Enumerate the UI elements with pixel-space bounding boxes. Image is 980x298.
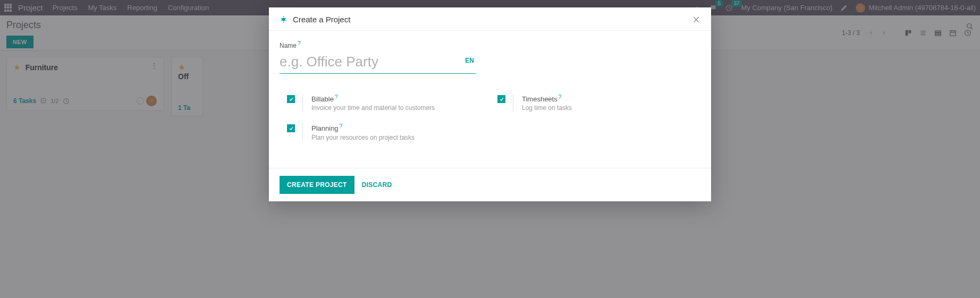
planning-label: Planning? (311, 123, 415, 132)
bug-icon[interactable] (280, 15, 288, 23)
close-icon[interactable] (692, 15, 700, 24)
planning-checkbox[interactable] (287, 124, 295, 132)
option-timesheets: Timesheets? Log time on tasks (490, 94, 700, 112)
modal-body: Name? EN Billable? Invoice your time and… (269, 31, 711, 168)
language-button[interactable]: EN (465, 57, 474, 64)
name-label: Name? (280, 40, 700, 49)
billable-label: Billable? (311, 94, 435, 103)
modal-title: Create a Project (293, 15, 350, 24)
option-planning: Planning? Plan your resources on project… (280, 123, 490, 141)
timesheets-desc: Log time on tasks (522, 104, 572, 112)
options-grid: Billable? Invoice your time and material… (280, 94, 700, 153)
modal-header: Create a Project (269, 7, 711, 31)
billable-desc: Invoice your time and material to custom… (311, 104, 435, 112)
timesheets-label: Timesheets? (522, 94, 572, 103)
svg-point-12 (282, 18, 285, 21)
create-project-button[interactable]: CREATE PROJECT (280, 176, 354, 194)
discard-button[interactable]: DISCARD (362, 181, 392, 189)
billable-checkbox[interactable] (287, 95, 295, 103)
name-input-row: EN (280, 52, 476, 74)
project-name-input[interactable] (280, 52, 476, 74)
create-project-modal: Create a Project Name? EN Billable? (269, 7, 711, 201)
option-billable: Billable? Invoice your time and material… (280, 94, 490, 112)
modal-footer: CREATE PROJECT DISCARD (269, 168, 711, 201)
timesheets-checkbox[interactable] (497, 95, 505, 103)
planning-desc: Plan your resources on project tasks (311, 134, 415, 141)
